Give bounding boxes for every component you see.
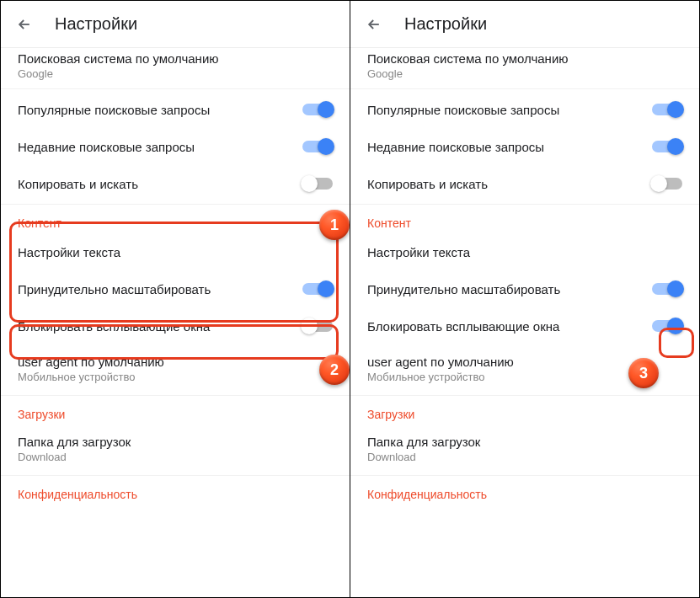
download-folder-row[interactable]: Папка для загрузок Download <box>350 424 699 473</box>
divider <box>1 475 350 476</box>
search-engine-row[interactable]: Поисковая система по умолчанию Google <box>350 48 699 87</box>
force-zoom-toggle[interactable] <box>652 283 682 295</box>
copy-search-row[interactable]: Копировать и искать <box>350 165 699 202</box>
download-folder-value: Download <box>367 451 682 463</box>
page-title: Настройки <box>404 14 487 34</box>
text-settings-label: Настройки текста <box>18 245 120 259</box>
download-folder-label: Папка для загрузок <box>367 435 682 449</box>
user-agent-label: user agent по умолчанию <box>367 355 682 369</box>
back-icon[interactable] <box>364 14 384 35</box>
screen-left: Настройки Поисковая система по умолчанию… <box>1 1 350 597</box>
search-engine-label: Поисковая система по умолчанию <box>367 51 682 66</box>
search-engine-label: Поисковая система по умолчанию <box>18 51 333 66</box>
search-engine-row[interactable]: Поисковая система по умолчанию Google <box>1 48 350 87</box>
divider <box>1 395 350 396</box>
block-popups-label: Блокировать всплывающие окна <box>18 319 210 334</box>
recent-queries-toggle[interactable] <box>302 141 333 152</box>
force-zoom-row[interactable]: Принудительно масштабировать <box>350 270 699 307</box>
force-zoom-label: Принудительно масштабировать <box>367 282 560 296</box>
popular-queries-toggle[interactable] <box>652 104 682 115</box>
privacy-section-header: Конфиденциальность <box>1 478 350 505</box>
content-section-header: Контент <box>1 206 350 233</box>
force-zoom-label: Принудительно масштабировать <box>18 282 211 296</box>
download-folder-value: Download <box>18 451 333 463</box>
downloads-section-header: Загрузки <box>350 398 699 424</box>
copy-search-row[interactable]: Копировать и искать <box>1 165 350 202</box>
block-popups-label: Блокировать всплывающие окна <box>367 319 559 334</box>
divider <box>350 204 699 205</box>
divider <box>1 204 350 205</box>
recent-queries-row[interactable]: Недавние поисковые запросы <box>1 128 350 165</box>
recent-queries-label: Недавние поисковые запросы <box>18 140 195 154</box>
force-zoom-row[interactable]: Принудительно масштабировать <box>1 270 350 307</box>
popular-queries-label: Популярные поисковые запросы <box>367 103 559 117</box>
downloads-section-header: Загрузки <box>1 398 350 424</box>
force-zoom-toggle[interactable] <box>302 283 333 295</box>
privacy-section-header: Конфиденциальность <box>350 478 699 505</box>
block-popups-toggle[interactable] <box>652 320 682 332</box>
user-agent-value: Мобильное устройство <box>367 371 682 383</box>
popular-queries-row[interactable]: Популярные поисковые запросы <box>1 91 350 128</box>
popular-queries-row[interactable]: Популярные поисковые запросы <box>350 91 699 128</box>
copy-search-toggle[interactable] <box>652 178 682 190</box>
copy-search-toggle[interactable] <box>302 178 333 190</box>
divider <box>350 475 699 476</box>
copy-search-label: Копировать и искать <box>18 177 138 191</box>
recent-queries-label: Недавние поисковые запросы <box>367 140 544 154</box>
text-settings-label: Настройки текста <box>367 245 470 259</box>
back-icon[interactable] <box>14 14 35 35</box>
block-popups-row[interactable]: Блокировать всплывающие окна <box>1 307 350 344</box>
divider <box>350 395 699 396</box>
download-folder-row[interactable]: Папка для загрузок Download <box>1 424 350 473</box>
copy-search-label: Копировать и искать <box>367 177 488 191</box>
block-popups-row[interactable]: Блокировать всплывающие окна <box>350 307 699 344</box>
download-folder-label: Папка для загрузок <box>18 435 333 449</box>
divider <box>1 88 350 89</box>
user-agent-value: Мобильное устройство <box>18 371 333 383</box>
recent-queries-row[interactable]: Недавние поисковые запросы <box>350 128 699 165</box>
search-engine-value: Google <box>18 67 333 80</box>
recent-queries-toggle[interactable] <box>652 141 682 152</box>
page-title: Настройки <box>55 14 137 34</box>
block-popups-toggle[interactable] <box>302 320 333 332</box>
popular-queries-toggle[interactable] <box>302 104 333 115</box>
user-agent-label: user agent по умолчанию <box>18 355 333 369</box>
text-settings-row[interactable]: Настройки текста <box>350 233 699 270</box>
search-engine-value: Google <box>367 67 682 80</box>
content-section-header: Контент <box>350 206 699 233</box>
header-bar: Настройки <box>350 1 699 48</box>
user-agent-row[interactable]: user agent по умолчанию Мобильное устрой… <box>350 344 699 393</box>
screen-right: Настройки Поисковая система по умолчанию… <box>350 1 699 597</box>
popular-queries-label: Популярные поисковые запросы <box>18 103 210 117</box>
header-bar: Настройки <box>1 1 350 48</box>
divider <box>350 88 699 89</box>
user-agent-row[interactable]: user agent по умолчанию Мобильное устрой… <box>1 344 350 393</box>
text-settings-row[interactable]: Настройки текста <box>1 233 350 270</box>
